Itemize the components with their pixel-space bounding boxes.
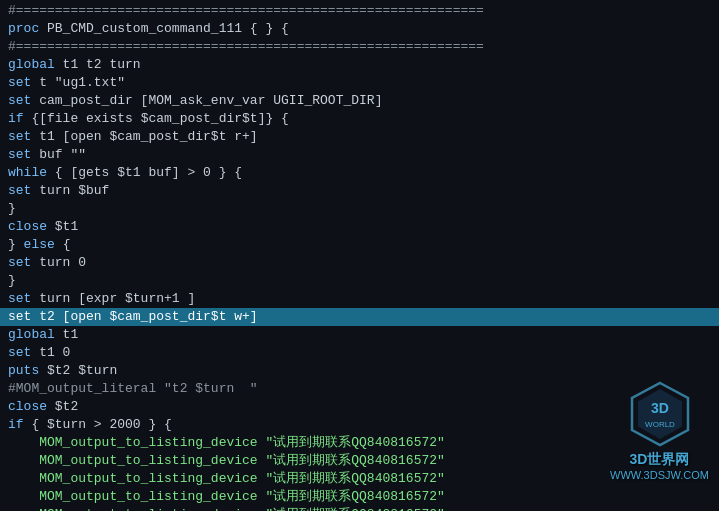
- code-editor: #=======================================…: [0, 0, 719, 511]
- code-line: MOM_output_to_listing_device "试用到期联系QQ84…: [0, 434, 719, 452]
- code-line: } else {: [0, 236, 719, 254]
- code-line: set buf "": [0, 146, 719, 164]
- code-line: MOM_output_to_listing_device "试用到期联系QQ84…: [0, 488, 719, 506]
- code-line: #MOM_output_literal "t2 $turn ": [0, 380, 719, 398]
- code-line: set t "ug1.txt": [0, 74, 719, 92]
- code-line: set turn [expr $turn+1 ]: [0, 290, 719, 308]
- code-line: set t1 [open $cam_post_dir$t r+]: [0, 128, 719, 146]
- code-line: MOM_output_to_listing_device "试用到期联系QQ84…: [0, 452, 719, 470]
- code-line: #=======================================…: [0, 2, 719, 20]
- code-line: set t1 0: [0, 344, 719, 362]
- code-line: global t1 t2 turn: [0, 56, 719, 74]
- code-line: set turn $buf: [0, 182, 719, 200]
- code-line: global t1: [0, 326, 719, 344]
- code-line: if { $turn > 2000 } {: [0, 416, 719, 434]
- code-line: while { [gets $t1 buf] > 0 } {: [0, 164, 719, 182]
- code-line: close $t2: [0, 398, 719, 416]
- code-line: set t2 [open $cam_post_dir$t w+]: [0, 308, 719, 326]
- code-line: #=======================================…: [0, 38, 719, 56]
- code-line: if {[file exists $cam_post_dir$t]} {: [0, 110, 719, 128]
- code-line: set cam_post_dir [MOM_ask_env_var UGII_R…: [0, 92, 719, 110]
- code-line: proc PB_CMD_custom_command_111 { } {: [0, 20, 719, 38]
- code-line: MOM_output_to_listing_device "试用到期联系QQ84…: [0, 470, 719, 488]
- code-line: }: [0, 272, 719, 290]
- code-line: MOM_output_to_listing_device "试用到期联系QQ84…: [0, 506, 719, 511]
- code-line: }: [0, 200, 719, 218]
- code-line: puts $t2 $turn: [0, 362, 719, 380]
- code-line: close $t1: [0, 218, 719, 236]
- code-line: set turn 0: [0, 254, 719, 272]
